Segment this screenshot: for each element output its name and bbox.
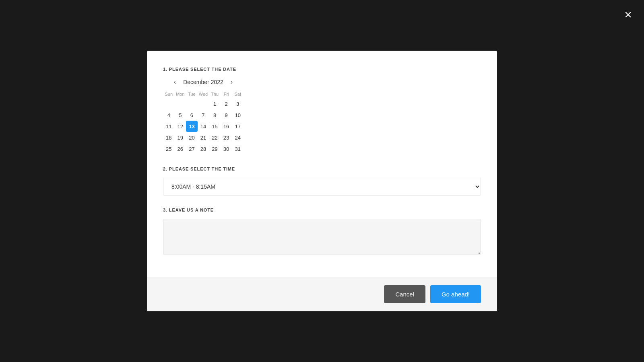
cal-day[interactable]: 7	[198, 109, 209, 121]
modal-footer: Cancel Go ahead!	[147, 277, 497, 311]
cal-day[interactable]: 21	[198, 132, 209, 143]
cal-day[interactable]: 16	[221, 121, 232, 132]
cal-day-header: Sun	[163, 90, 175, 98]
next-month-button[interactable]: ›	[228, 78, 235, 86]
cal-day	[163, 98, 175, 109]
cal-day[interactable]: 14	[198, 121, 209, 132]
date-section: 1. Please Select the Date ‹ December 202…	[163, 67, 481, 154]
cal-day[interactable]: 3	[232, 98, 244, 109]
go-ahead-button[interactable]: Go ahead!	[430, 285, 481, 303]
cal-day[interactable]: 19	[175, 132, 186, 143]
time-section: 2. Please Select the Time 8:00AM - 8:15A…	[163, 167, 481, 195]
cal-day-header: Tue	[186, 90, 198, 98]
cal-day[interactable]: 15	[209, 121, 221, 132]
cal-day[interactable]: 17	[232, 121, 244, 132]
cal-day[interactable]: 18	[163, 132, 175, 143]
cal-day[interactable]: 5	[175, 109, 186, 121]
date-section-label: 1. Please Select the Date	[163, 67, 481, 72]
cal-day[interactable]: 25	[163, 143, 175, 154]
note-section-label: 3. Leave Us a Note	[163, 208, 481, 212]
cal-day[interactable]: 31	[232, 143, 244, 154]
cal-day[interactable]: 10	[232, 109, 244, 121]
month-year-label: December 2022	[183, 79, 223, 85]
cal-day[interactable]: 1	[209, 98, 221, 109]
time-section-label: 2. Please Select the Time	[163, 167, 481, 171]
cal-day[interactable]: 20	[186, 132, 198, 143]
cal-day[interactable]: 8	[209, 109, 221, 121]
calendar-header: ‹ December 2022 ›	[163, 78, 244, 86]
note-textarea[interactable]	[163, 219, 481, 255]
cal-day[interactable]: 12	[175, 121, 186, 132]
cal-day	[175, 98, 186, 109]
cal-day-header: Thu	[209, 90, 221, 98]
cal-day[interactable]: 13	[186, 121, 198, 132]
cal-day[interactable]: 28	[198, 143, 209, 154]
modal-body: 1. Please Select the Date ‹ December 202…	[147, 51, 497, 277]
cal-day-header: Fri	[221, 90, 232, 98]
cal-day[interactable]: 6	[186, 109, 198, 121]
cal-day[interactable]: 22	[209, 132, 221, 143]
cal-day-header: Sat	[232, 90, 244, 98]
cal-day[interactable]: 9	[221, 109, 232, 121]
cal-day[interactable]: 26	[175, 143, 186, 154]
time-select[interactable]: 8:00AM - 8:15AM8:15AM - 8:30AM8:30AM - 8…	[163, 178, 481, 195]
calendar-grid: SunMonTueWedThuFriSat 123456789101112131…	[163, 90, 244, 154]
cal-day[interactable]: 4	[163, 109, 175, 121]
calendar: ‹ December 2022 › SunMonTueWedThuFriSat …	[163, 78, 244, 154]
cal-day-header: Mon	[175, 90, 186, 98]
cancel-button[interactable]: Cancel	[384, 285, 425, 303]
cal-day[interactable]: 27	[186, 143, 198, 154]
prev-month-button[interactable]: ‹	[171, 78, 178, 86]
cal-day	[186, 98, 198, 109]
note-section: 3. Leave Us a Note	[163, 208, 481, 257]
modal-dialog: 1. Please Select the Date ‹ December 202…	[147, 51, 497, 311]
cal-day[interactable]: 29	[209, 143, 221, 154]
cal-day[interactable]: 2	[221, 98, 232, 109]
cal-day	[198, 98, 209, 109]
cal-day[interactable]: 11	[163, 121, 175, 132]
cal-day[interactable]: 30	[221, 143, 232, 154]
cal-day[interactable]: 24	[232, 132, 244, 143]
cal-day-header: Wed	[198, 90, 209, 98]
cal-day[interactable]: 23	[221, 132, 232, 143]
close-button[interactable]: ×	[624, 8, 632, 21]
